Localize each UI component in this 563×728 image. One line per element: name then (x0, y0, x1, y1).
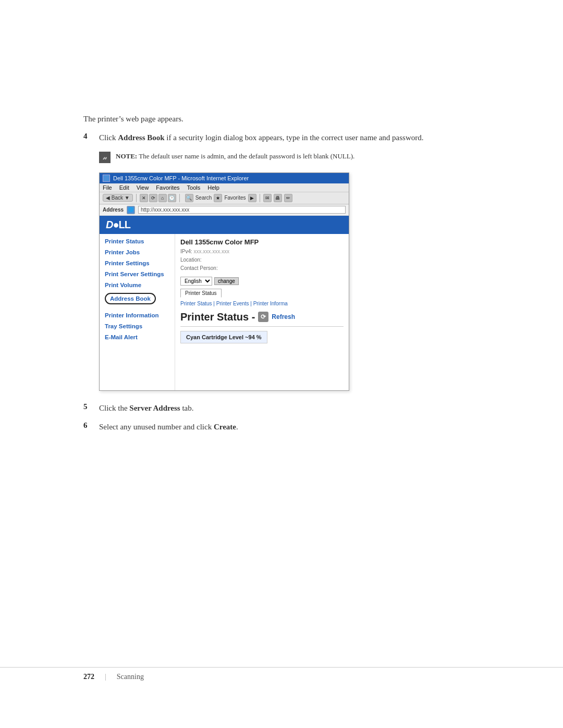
stop-icon[interactable]: ✕ (140, 194, 148, 202)
printer-detail: IPv4: xxx.xxx.xxx.xxx Location: Contact … (180, 248, 344, 273)
menu-favorites[interactable]: Favorites (156, 184, 179, 191)
search-label[interactable]: Search (195, 195, 212, 201)
note-label: NOTE: (116, 152, 137, 160)
address-label: Address (103, 207, 124, 213)
status-divider (180, 326, 344, 327)
footer: 272 | Scanning (0, 667, 563, 686)
menu-edit[interactable]: Edit (119, 184, 129, 191)
intro-text: The printer’s web page appears. (83, 115, 480, 124)
print-icon[interactable]: 🖶 (274, 194, 282, 202)
footer-page-number: 272 (83, 673, 94, 681)
printer-name: Dell 1355cnw Color MFP (180, 238, 344, 246)
nav-printer-information[interactable]: Printer Information (105, 312, 169, 318)
step-5-bold: Server Address (129, 404, 180, 412)
menu-tools[interactable]: Tools (187, 184, 201, 191)
refresh-icon: ⟳ (258, 312, 268, 322)
menu-file[interactable]: File (103, 184, 112, 191)
nav-tray-settings[interactable]: Tray Settings (105, 323, 169, 329)
dell-logo: D●LL (106, 219, 130, 231)
step-5-number: 5 (83, 402, 99, 414)
language-select[interactable]: English (180, 277, 212, 286)
left-nav: Printer Status Printer Jobs Printer Sett… (100, 234, 175, 390)
note-icon: 𝓃 (99, 152, 111, 163)
page-content: The printer’s web page appears. 4 Click … (0, 0, 563, 482)
home-icon[interactable]: ⌂ (158, 194, 167, 202)
media-icon[interactable]: ▶ (248, 194, 256, 202)
browser-window: Dell 1355cnw Color MFP - Microsoft Inter… (99, 172, 349, 391)
step-6-bold: Create (214, 423, 236, 431)
address-icon: 🌐 (127, 206, 135, 214)
browser-menubar[interactable]: File Edit View Favorites Tools Help (100, 183, 349, 192)
nav-printer-status[interactable]: Printer Status (105, 238, 169, 244)
step-4-number: 4 (83, 132, 99, 144)
address-input[interactable] (138, 206, 346, 214)
nav-print-server-settings[interactable]: Print Server Settings (105, 271, 169, 277)
toolbar-icons: ✕ ⟳ ⌂ 🕑 (140, 194, 176, 202)
cyan-cartridge-box: Cyan Cartridge Level ~94 % (180, 331, 267, 343)
refresh-link[interactable]: Refresh (272, 313, 295, 320)
history-icon[interactable]: 🕑 (168, 194, 176, 202)
printer-status-heading: Printer Status - ⟳ Refresh (180, 311, 344, 323)
step-6: 6 Select any unused number and click Cre… (83, 421, 480, 433)
steps-bottom: 5 Click the Server Address tab. 6 Select… (83, 402, 480, 433)
nav-address-book[interactable]: Address Book (105, 293, 156, 304)
printer-status-text: Printer Status - (180, 311, 255, 323)
edit-page-icon[interactable]: ✏ (284, 194, 292, 202)
step-6-number: 6 (83, 421, 99, 433)
search-glass-icon[interactable]: 🔍 (185, 194, 193, 202)
toolbar-sep-2 (179, 194, 180, 202)
location-label: Location: (180, 257, 202, 263)
favorites-label[interactable]: Favorites (224, 195, 246, 201)
main-content: Dell 1355cnw Color MFP IPv4: xxx.xxx.xxx… (175, 234, 349, 390)
step-5-text: Click the Server Address tab. (99, 402, 194, 414)
step-5: 5 Click the Server Address tab. (83, 402, 480, 414)
step-4-bold: Address Book (118, 133, 164, 142)
browser-titlebar: Dell 1355cnw Color MFP - Microsoft Inter… (100, 173, 349, 183)
dell-header: D●LL (100, 216, 349, 234)
search-area: 🔍 Search (185, 194, 212, 202)
address-bar: Address 🌐 (100, 204, 349, 216)
contact-label: Contact Person: (180, 265, 218, 271)
toolbar-sep-3 (260, 194, 260, 202)
step-4-text: Click Address Book if a security login d… (99, 132, 424, 144)
ipv4-label: IPv4: (180, 249, 194, 254)
back-button[interactable]: ◀ Back ▼ (103, 194, 133, 202)
footer-section: Scanning (117, 673, 144, 681)
browser-title: Dell 1355cnw Color MFP - Microsoft Inter… (113, 175, 249, 181)
change-button[interactable]: change (214, 277, 239, 285)
mail-icon[interactable]: ✉ (263, 194, 272, 202)
refresh-toolbar-icon[interactable]: ⟳ (149, 194, 157, 202)
nav-printer-settings[interactable]: Printer Settings (105, 260, 169, 266)
tab-printer-status[interactable]: Printer Status (180, 289, 222, 298)
browser-body: Printer Status Printer Jobs Printer Sett… (100, 234, 349, 390)
note-text: NOTE: The default user name is admin, an… (116, 151, 354, 162)
nav-printer-jobs[interactable]: Printer Jobs (105, 249, 169, 255)
note-box: 𝓃 NOTE: The default user name is admin, … (99, 151, 480, 163)
star-icon[interactable]: ★ (214, 194, 222, 202)
browser-toolbar: ◀ Back ▼ ✕ ⟳ ⌂ 🕑 🔍 Search ★ Favorites ▶ … (100, 192, 349, 204)
ie-icon (103, 175, 110, 182)
menu-help[interactable]: Help (207, 184, 219, 191)
ipv4-value: xxx.xxx.xxx.xxx (194, 249, 229, 254)
toolbar-sep-1 (136, 194, 137, 202)
footer-separator: | (105, 673, 106, 681)
nav-email-alert[interactable]: E-Mail Alert (105, 334, 169, 340)
sub-links[interactable]: Printer Status | Printer Events | Printe… (180, 300, 344, 308)
nav-print-volume[interactable]: Print Volume (105, 282, 169, 288)
step-4: 4 Click Address Book if a security login… (83, 132, 480, 144)
lang-select-row: English change (180, 277, 344, 286)
menu-view[interactable]: View (137, 184, 149, 191)
step-6-text: Select any unused number and click Creat… (99, 421, 238, 433)
tabs-row: Printer Status (180, 289, 344, 298)
